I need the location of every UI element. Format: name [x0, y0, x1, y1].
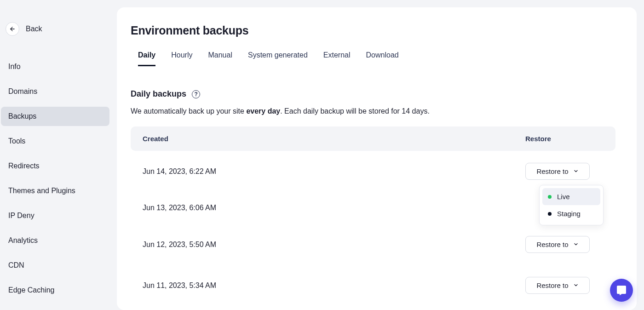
chevron-down-icon	[573, 241, 579, 248]
section-title: Daily backups	[131, 89, 186, 99]
sidebar-item-apm[interactable]: APM	[1, 305, 109, 310]
table-header: Created Restore	[131, 126, 615, 151]
status-dot-live-icon	[548, 195, 552, 199]
sidebar-item-themes-and-plugins[interactable]: Themes and Plugins	[1, 181, 109, 201]
col-header-restore: Restore	[525, 135, 604, 143]
sidebar-nav: InfoDomainsBackupsToolsRedirectsThemes a…	[1, 57, 109, 310]
cell-created: Jun 14, 2023, 6:22 AM	[143, 167, 525, 176]
back-row: Back	[1, 22, 109, 36]
sidebar: Back InfoDomainsBackupsToolsRedirectsThe…	[0, 0, 117, 310]
tab-external[interactable]: External	[323, 51, 351, 66]
section-description: We automatically back up your site every…	[131, 107, 615, 115]
col-header-created: Created	[143, 135, 525, 143]
desc-post: . Each daily backup will be stored for 1…	[280, 107, 430, 115]
sidebar-item-cdn[interactable]: CDN	[1, 256, 109, 275]
cell-created: Jun 11, 2023, 5:34 AM	[143, 281, 525, 290]
restore-to-button[interactable]: Restore to	[525, 163, 590, 180]
restore-to-button[interactable]: Restore to	[525, 236, 590, 253]
sidebar-item-tools[interactable]: Tools	[1, 132, 109, 151]
restore-label: Restore to	[536, 241, 568, 248]
sidebar-item-ip-deny[interactable]: IP Deny	[1, 206, 109, 225]
cell-restore: Restore toLiveStaging	[525, 163, 604, 180]
arrow-left-icon	[9, 26, 16, 32]
dropdown-label: Live	[557, 193, 570, 201]
cell-created: Jun 13, 2023, 6:06 AM	[143, 204, 525, 212]
sidebar-item-domains[interactable]: Domains	[1, 82, 109, 101]
desc-bold: every day	[246, 107, 280, 115]
cell-restore: Restore to	[525, 236, 604, 253]
tab-daily[interactable]: Daily	[138, 51, 155, 66]
section-header: Daily backups ?	[131, 89, 615, 99]
sidebar-item-redirects[interactable]: Redirects	[1, 156, 109, 176]
restore-label: Restore to	[536, 281, 568, 289]
chat-launcher[interactable]	[610, 279, 633, 302]
tab-hourly[interactable]: Hourly	[171, 51, 192, 66]
desc-pre: We automatically back up your site	[131, 107, 246, 115]
main-panel: Environment backups DailyHourlyManualSys…	[117, 7, 637, 310]
tab-system-generated[interactable]: System generated	[248, 51, 308, 66]
cell-created: Jun 12, 2023, 5:50 AM	[143, 241, 525, 249]
table-row: Jun 14, 2023, 6:22 AMRestore toLiveStagi…	[131, 151, 615, 192]
tabs: DailyHourlyManualSystem generatedExterna…	[131, 51, 615, 66]
dropdown-item-live[interactable]: Live	[542, 188, 600, 205]
restore-to-button[interactable]: Restore to	[525, 277, 590, 294]
restore-dropdown: LiveStaging	[539, 185, 604, 225]
chat-icon	[616, 285, 627, 296]
tab-download[interactable]: Download	[366, 51, 399, 66]
sidebar-item-info[interactable]: Info	[1, 57, 109, 76]
sidebar-item-edge-caching[interactable]: Edge Caching	[1, 281, 109, 300]
table-body: Jun 14, 2023, 6:22 AMRestore toLiveStagi…	[131, 151, 615, 306]
back-label: Back	[26, 25, 42, 33]
tab-manual[interactable]: Manual	[208, 51, 232, 66]
table-row: Jun 12, 2023, 5:50 AMRestore to	[131, 224, 615, 265]
sidebar-item-backups[interactable]: Backups	[1, 107, 109, 126]
page-title: Environment backups	[131, 24, 615, 37]
back-button[interactable]	[6, 22, 19, 36]
chevron-down-icon	[573, 167, 579, 175]
sidebar-item-analytics[interactable]: Analytics	[1, 231, 109, 250]
cell-restore: Restore to	[525, 277, 604, 294]
dropdown-item-staging[interactable]: Staging	[542, 205, 600, 222]
status-dot-staging-icon	[548, 212, 552, 216]
help-icon[interactable]: ?	[192, 90, 200, 98]
backups-table: Created Restore Jun 14, 2023, 6:22 AMRes…	[131, 126, 615, 306]
chevron-down-icon	[573, 281, 579, 289]
dropdown-label: Staging	[557, 210, 581, 218]
table-row: Jun 11, 2023, 5:34 AMRestore to	[131, 265, 615, 306]
restore-label: Restore to	[536, 167, 568, 175]
